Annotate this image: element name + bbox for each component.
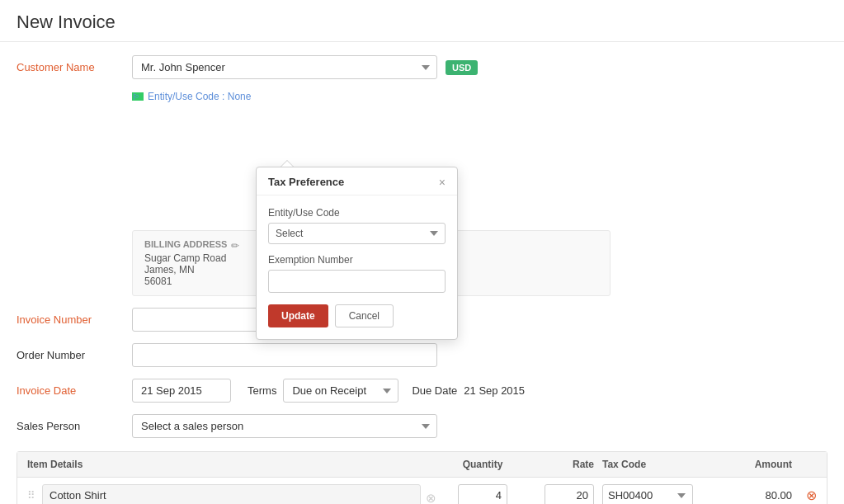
page-header: New Invoice xyxy=(0,0,844,42)
tax-popup-actions: Update Cancel xyxy=(268,304,446,327)
terms-select[interactable]: Due on ReceiptNet 30Net 60Custom xyxy=(283,379,398,403)
invoice-number-label: Invoice Number xyxy=(17,313,132,326)
customer-name-select[interactable]: Mr. John Spencer xyxy=(132,55,437,79)
rate-wrapper xyxy=(528,484,594,504)
sales-person-row: Sales Person Select a sales person xyxy=(17,414,827,438)
main-content: Customer Name Mr. John Spencer USD 🏳 Ent… xyxy=(0,42,844,504)
tax-popup-overlay: Tax Preference × Entity/Use Code Select … xyxy=(256,167,458,340)
tax-popup-title: Tax Preference xyxy=(268,176,344,188)
col-header-taxcode: Tax Code xyxy=(594,459,710,470)
currency-badge[interactable]: USD xyxy=(446,60,478,75)
rate-input[interactable] xyxy=(545,484,594,504)
invoice-date-label: Invoice Date xyxy=(17,384,132,397)
amount-value: 80.00 xyxy=(710,484,792,502)
customer-name-row: Customer Name Mr. John Spencer USD xyxy=(17,55,827,79)
tax-popup-close-button[interactable]: × xyxy=(439,177,446,188)
sales-person-label: Sales Person xyxy=(17,420,132,432)
entity-use-code-field-label: Entity/Use Code xyxy=(268,207,446,219)
col-header-qty: Quantity xyxy=(437,459,528,470)
item-details-header: Item Details Quantity Rate Tax Code Amou… xyxy=(17,452,827,478)
quantity-wrapper: Available : 35.00 xyxy=(437,484,528,504)
customer-name-label: Customer Name xyxy=(17,61,132,73)
quantity-input[interactable] xyxy=(458,484,507,504)
tax-popup-body: Entity/Use Code Select Exemption Number … xyxy=(257,195,457,339)
exemption-number-label: Exemption Number xyxy=(268,254,446,266)
cancel-button[interactable]: Cancel xyxy=(335,304,394,327)
order-number-input[interactable] xyxy=(132,343,437,367)
col-header-item: Item Details xyxy=(27,459,437,470)
update-button[interactable]: Update xyxy=(268,304,328,327)
taxcode-wrapper: SH00400 xyxy=(594,484,710,504)
item-details-section: Item Details Quantity Rate Tax Code Amou… xyxy=(17,451,827,504)
tax-popup-header: Tax Preference × xyxy=(257,167,457,195)
tax-preference-popup: Tax Preference × Entity/Use Code Select … xyxy=(256,167,458,340)
page-title: New Invoice xyxy=(17,12,827,33)
drag-handle-icon[interactable]: ⠿ xyxy=(27,489,35,502)
terms-label: Terms xyxy=(248,384,276,397)
taxcode-select[interactable]: SH00400 xyxy=(602,484,693,504)
table-row: ⠿ ⊗ Available : 35.00 SH00400 80.00 ⊗ xyxy=(17,478,827,504)
remove-item-icon[interactable]: ⊗ xyxy=(426,491,436,505)
edit-address-icon[interactable]: ✏ xyxy=(231,240,239,252)
billing-address-title: BILLING ADDRESS xyxy=(144,239,227,249)
invoice-date-input[interactable] xyxy=(132,379,231,403)
delete-row-wrapper: ⊗ xyxy=(792,484,817,503)
item-name-wrapper: ⊗ xyxy=(42,484,437,504)
order-number-label: Order Number xyxy=(17,349,132,361)
exemption-number-input[interactable] xyxy=(268,270,446,293)
entity-use-code-select[interactable]: Select xyxy=(268,223,446,244)
entity-use-code-text: Entity/Use Code : None xyxy=(148,91,251,102)
due-date-label: Due Date xyxy=(412,384,457,397)
col-header-amount: Amount xyxy=(710,459,792,470)
due-date-value: 21 Sep 2015 xyxy=(464,384,525,397)
order-number-row: Order Number xyxy=(17,343,827,367)
entity-flag-icon: 🏳 xyxy=(132,92,144,101)
delete-row-button[interactable]: ⊗ xyxy=(806,488,817,503)
salesperson-select[interactable]: Select a sales person xyxy=(132,414,437,438)
invoice-date-row: Invoice Date Terms Due on ReceiptNet 30N… xyxy=(17,379,827,403)
entity-use-code-link[interactable]: 🏳 Entity/Use Code : None xyxy=(132,91,827,102)
col-header-rate: Rate xyxy=(528,459,594,470)
item-name-input[interactable] xyxy=(42,484,421,504)
